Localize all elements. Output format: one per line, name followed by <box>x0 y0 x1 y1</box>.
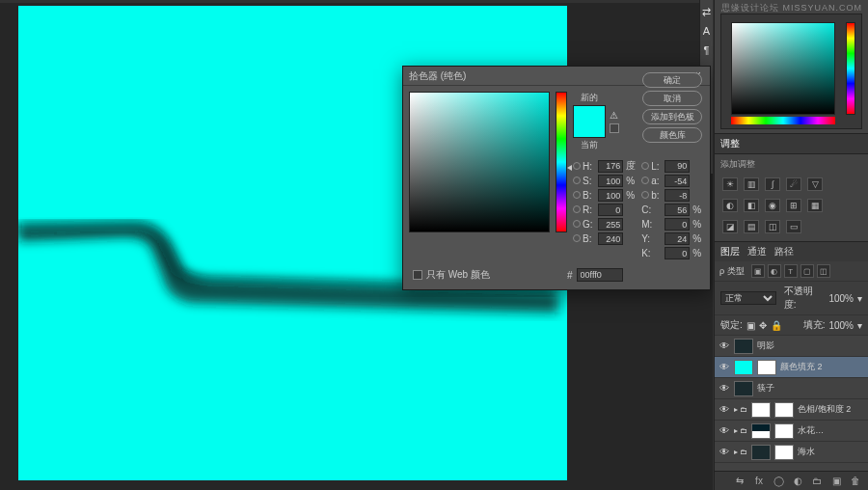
web-only-row[interactable]: 只有 Web 颜色 <box>413 268 490 282</box>
hex-input[interactable] <box>577 268 623 282</box>
threshold-icon[interactable]: ◫ <box>765 220 780 233</box>
layer-thumb[interactable] <box>734 381 753 396</box>
r-input[interactable] <box>598 204 623 216</box>
adjustment-layer-icon[interactable]: ◐ <box>791 475 804 488</box>
levels-icon[interactable]: ▥ <box>744 177 759 191</box>
swap-colors-icon[interactable]: ⇄ <box>701 6 713 17</box>
group-toggle[interactable]: ▸ 🗀 <box>734 405 747 414</box>
layer-thumb[interactable] <box>751 402 771 418</box>
y-input[interactable] <box>665 232 690 245</box>
filter-adjust-icon[interactable]: ◐ <box>768 264 781 278</box>
layer-name[interactable]: 颜色填充 2 <box>780 361 823 373</box>
ok-button[interactable]: 确定 <box>642 72 702 88</box>
layer-name[interactable]: 明影 <box>757 340 774 352</box>
mini-sv-field[interactable] <box>731 22 835 115</box>
visibility-icon[interactable]: 👁 <box>719 383 730 395</box>
hue-slider[interactable] <box>556 92 567 232</box>
lock-pixels-icon[interactable]: ▣ <box>746 320 755 331</box>
hue-icon[interactable]: ◐ <box>722 199 738 212</box>
layer-name[interactable]: 筷子 <box>757 382 774 395</box>
b-input[interactable] <box>665 189 690 202</box>
c-input[interactable] <box>665 204 690 216</box>
tab-channels[interactable]: 通道 <box>747 245 767 259</box>
invert-icon[interactable]: ◪ <box>722 220 738 233</box>
web-only-checkbox[interactable] <box>413 270 422 280</box>
mini-spectrum[interactable] <box>731 117 835 124</box>
visibility-icon[interactable]: 👁 <box>719 425 730 437</box>
visibility-icon[interactable]: 👁 <box>719 340 730 352</box>
bv-input[interactable] <box>598 189 623 202</box>
m-input[interactable] <box>665 218 690 231</box>
layer-thumb[interactable] <box>734 339 753 354</box>
layer-row[interactable]: 👁明影 <box>715 336 868 357</box>
add-swatch-button[interactable]: 添加到色板 <box>642 109 702 124</box>
visibility-icon[interactable]: 👁 <box>719 447 730 458</box>
k-input[interactable] <box>665 247 690 259</box>
layer-mask-thumb[interactable] <box>774 402 794 418</box>
s-input[interactable] <box>598 175 623 187</box>
visibility-icon[interactable]: 👁 <box>719 362 730 373</box>
b2-input[interactable] <box>598 232 623 245</box>
new-layer-icon[interactable]: ▣ <box>829 475 843 488</box>
curves-icon[interactable]: ∫ <box>765 177 780 191</box>
cube-icon[interactable] <box>610 123 619 133</box>
layer-row[interactable]: 👁▸ 🗀色相/饱和度 2 <box>715 399 868 421</box>
layer-row[interactable]: 👁▸ 🗀水花… <box>715 421 868 442</box>
tab-layers[interactable]: 图层 <box>720 245 740 259</box>
filter-shape-icon[interactable]: ▢ <box>800 264 814 278</box>
color-lib-button[interactable]: 颜色库 <box>642 127 702 143</box>
layer-row[interactable]: 👁▸ 🗀海水 <box>715 442 868 463</box>
g-input[interactable] <box>598 218 623 231</box>
filter-smart-icon[interactable]: ◫ <box>817 264 830 278</box>
layer-name[interactable]: 海水 <box>798 446 815 458</box>
filter-type-icon[interactable]: T <box>784 264 798 278</box>
visibility-icon[interactable]: 👁 <box>719 404 730 416</box>
link-layers-icon[interactable]: ⇆ <box>733 475 746 488</box>
blend-mode-select[interactable]: 正常 <box>720 291 776 305</box>
layer-row[interactable]: 👁筷子 <box>715 378 868 399</box>
lookup-icon[interactable]: ▦ <box>807 199 823 212</box>
group-toggle[interactable]: ▸ 🗀 <box>734 448 747 456</box>
layer-list[interactable]: 👁明影👁颜色填充 2👁筷子👁▸ 🗀色相/饱和度 2👁▸ 🗀水花…👁▸ 🗀海水 <box>715 336 868 471</box>
posterize-icon[interactable]: ▤ <box>744 220 759 233</box>
filter-pixel-icon[interactable]: ▣ <box>751 264 765 278</box>
text-tool-icon[interactable]: A <box>701 25 713 37</box>
cancel-button[interactable]: 取消 <box>642 91 702 106</box>
h-input[interactable] <box>598 160 623 173</box>
fx-icon[interactable]: fx <box>752 475 766 488</box>
group-toggle[interactable]: ▸ 🗀 <box>734 426 747 435</box>
layer-mask-thumb[interactable] <box>757 360 776 375</box>
layer-mask-thumb[interactable] <box>774 423 794 439</box>
layer-row[interactable]: 👁颜色填充 2 <box>715 357 868 378</box>
mini-hue-slider[interactable] <box>846 22 855 115</box>
fill-value[interactable]: 100% <box>828 320 854 331</box>
tab-paths[interactable]: 路径 <box>774 245 794 259</box>
bw-icon[interactable]: ◧ <box>744 199 759 212</box>
layer-thumb[interactable] <box>734 360 753 375</box>
tab-adjustments[interactable]: 调整 <box>720 137 740 150</box>
gradient-map-icon[interactable]: ▭ <box>786 220 801 233</box>
exposure-icon[interactable]: ☄ <box>786 177 801 191</box>
lock-all-icon[interactable]: 🔒 <box>771 320 782 331</box>
layer-name[interactable]: 水花… <box>798 424 824 437</box>
opacity-value[interactable]: 100% <box>828 293 854 304</box>
mask-icon[interactable]: ◯ <box>772 475 785 488</box>
adjustments-panel: 添加调整 ☀ ▥ ∫ ☄ ▽ ◐ ◧ ◉ ⊞ ▦ ◪ ▤ ◫ ▭ <box>715 153 868 241</box>
vibrance-icon[interactable]: ▽ <box>807 177 823 191</box>
photo-filter-icon[interactable]: ◉ <box>765 199 780 212</box>
trash-icon[interactable]: 🗑 <box>849 475 862 488</box>
l-input[interactable] <box>665 160 690 173</box>
layer-name[interactable]: 色相/饱和度 2 <box>798 403 851 416</box>
layer-thumb[interactable] <box>751 423 771 439</box>
channel-mixer-icon[interactable]: ⊞ <box>786 199 801 212</box>
lock-position-icon[interactable]: ✥ <box>759 320 767 331</box>
filter-label[interactable]: ρ 类型 <box>719 265 745 278</box>
a-input[interactable] <box>665 175 690 187</box>
paragraph-icon[interactable]: ¶ <box>701 44 713 56</box>
warning-icon[interactable]: ⚠ <box>610 110 619 121</box>
layer-mask-thumb[interactable] <box>774 445 794 460</box>
layer-thumb[interactable] <box>751 445 771 460</box>
group-icon[interactable]: 🗀 <box>810 475 824 488</box>
brightness-icon[interactable]: ☀ <box>722 177 738 191</box>
saturation-value-field[interactable] <box>409 92 550 232</box>
